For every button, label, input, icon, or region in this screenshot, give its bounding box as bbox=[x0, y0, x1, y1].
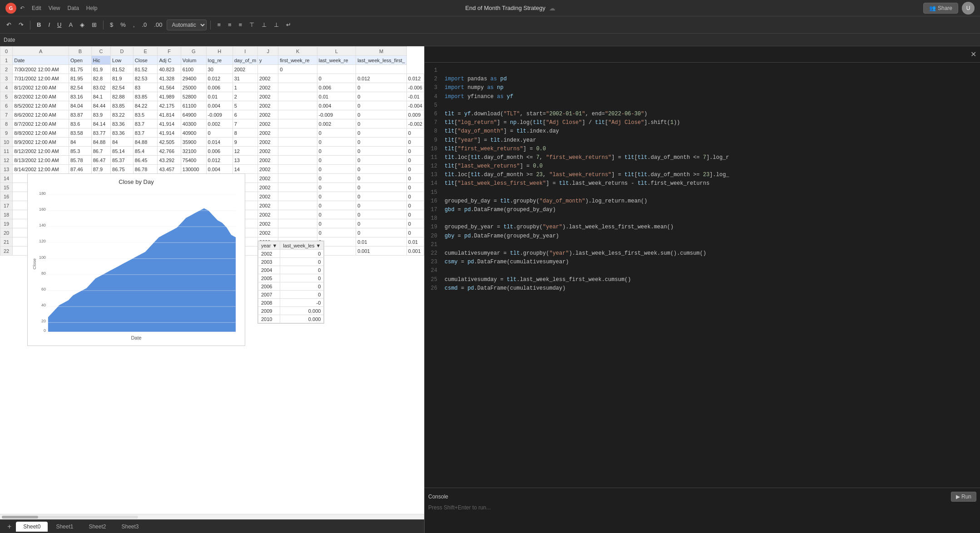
value-cell[interactable]: 0 bbox=[280, 258, 324, 266]
cell[interactable]: 83.77 bbox=[91, 128, 110, 138]
cell[interactable]: 86.45 bbox=[133, 156, 158, 165]
cell[interactable]: 86.75 bbox=[111, 165, 134, 174]
cell[interactable]: 2002 bbox=[258, 201, 278, 210]
cell[interactable]: 2002 bbox=[258, 210, 278, 219]
increase-decimal-button[interactable]: .00 bbox=[151, 20, 165, 30]
cell[interactable]: 84.04 bbox=[69, 101, 91, 110]
cell[interactable]: 2 bbox=[233, 92, 257, 101]
cell[interactable]: 8/14/2002 12:00 AM bbox=[13, 165, 69, 174]
cell[interactable]: 0.014 bbox=[206, 138, 233, 147]
year-cell[interactable]: 2004 bbox=[258, 266, 280, 274]
cell[interactable]: 32100 bbox=[181, 147, 206, 156]
cell[interactable]: 0 bbox=[356, 201, 407, 210]
cell[interactable]: 86.78 bbox=[133, 165, 158, 174]
cell[interactable]: 83.22 bbox=[111, 110, 134, 119]
value-cell[interactable]: -0 bbox=[280, 299, 324, 307]
cell[interactable]: 0 bbox=[317, 228, 356, 237]
align-center-button[interactable]: ≡ bbox=[225, 20, 234, 30]
col-header-d[interactable]: D bbox=[111, 47, 134, 56]
value-cell[interactable]: 0 bbox=[280, 274, 324, 282]
cell[interactable] bbox=[278, 119, 317, 128]
year-cell[interactable]: 2008 bbox=[258, 299, 280, 307]
cell[interactable]: 85.37 bbox=[111, 156, 134, 165]
col-header-a[interactable]: A bbox=[13, 47, 69, 56]
cell[interactable] bbox=[278, 110, 317, 119]
cell[interactable]: 2002 bbox=[258, 92, 278, 101]
cell[interactable]: 83.9 bbox=[91, 110, 110, 119]
cell[interactable]: 5 bbox=[233, 101, 257, 110]
cell[interactable]: first_week_re bbox=[278, 56, 317, 65]
cell[interactable] bbox=[278, 174, 317, 183]
cell[interactable]: 75400 bbox=[181, 156, 206, 165]
cell[interactable] bbox=[258, 65, 278, 74]
border-button[interactable]: ⊞ bbox=[89, 20, 99, 30]
cell[interactable]: Open bbox=[69, 56, 91, 65]
cell[interactable]: day_of_m bbox=[233, 56, 257, 65]
cell[interactable]: 0 bbox=[356, 183, 407, 192]
cell[interactable]: 83 bbox=[133, 83, 158, 92]
cell[interactable]: 82.88 bbox=[111, 92, 134, 101]
cell[interactable]: 8/6/2002 12:00 AM bbox=[13, 110, 69, 119]
cell[interactable]: 8/5/2002 12:00 AM bbox=[13, 101, 69, 110]
year-cell[interactable]: 2006 bbox=[258, 282, 280, 291]
cell[interactable]: 2002 bbox=[258, 110, 278, 119]
cell[interactable]: last_week_re bbox=[317, 56, 356, 65]
redo-button[interactable]: ↷ bbox=[16, 20, 26, 30]
cell[interactable]: 2002 bbox=[258, 192, 278, 201]
cell[interactable]: 2002 bbox=[258, 147, 278, 156]
tab-sheet0[interactable]: Sheet0 bbox=[16, 522, 48, 532]
cell[interactable]: 83.58 bbox=[69, 128, 91, 138]
vert-align-top-button[interactable]: ⊤ bbox=[247, 20, 257, 30]
cell[interactable] bbox=[356, 65, 407, 74]
col-header-f[interactable]: F bbox=[158, 47, 181, 56]
cell[interactable]: 52800 bbox=[181, 92, 206, 101]
cell[interactable]: 0 bbox=[206, 128, 233, 138]
cell[interactable]: 0.006 bbox=[317, 83, 356, 92]
cell[interactable]: 8/8/2002 12:00 AM bbox=[13, 128, 69, 138]
cell[interactable]: 82.54 bbox=[111, 83, 134, 92]
cell[interactable]: 0 bbox=[356, 192, 407, 201]
cell[interactable]: 0.001 bbox=[356, 247, 407, 256]
cell[interactable]: 40.823 bbox=[158, 65, 181, 74]
italic-button[interactable]: I bbox=[45, 20, 53, 30]
cell[interactable]: 0.004 bbox=[206, 165, 233, 174]
wrap-button[interactable]: ↵ bbox=[283, 20, 294, 30]
cell[interactable]: 0.01 bbox=[317, 92, 356, 101]
run-button[interactable]: ▶ Run bbox=[951, 492, 976, 502]
cell[interactable]: 0.002 bbox=[317, 119, 356, 128]
cell[interactable]: 2002 bbox=[258, 74, 278, 83]
cell[interactable]: 0.01 bbox=[206, 92, 233, 101]
cell[interactable]: 6 bbox=[233, 110, 257, 119]
cell[interactable]: 0.012 bbox=[406, 74, 424, 83]
cell[interactable]: log_re bbox=[206, 56, 233, 65]
cell[interactable]: 85.4 bbox=[133, 147, 158, 156]
cell[interactable]: 82.54 bbox=[69, 83, 91, 92]
cell[interactable]: 0 bbox=[317, 174, 356, 183]
cell[interactable]: 40900 bbox=[181, 128, 206, 138]
cell[interactable]: 0 bbox=[278, 65, 317, 74]
cell[interactable]: 41.914 bbox=[158, 128, 181, 138]
cell[interactable]: 7 bbox=[233, 119, 257, 128]
cell[interactable]: 0 bbox=[406, 174, 424, 183]
cell[interactable]: 0 bbox=[317, 183, 356, 192]
cell[interactable]: 0 bbox=[317, 74, 356, 83]
cell[interactable]: 2002 bbox=[258, 119, 278, 128]
code-editor[interactable]: 1 2import pandas as pd3import numpy as n… bbox=[425, 63, 980, 488]
cell[interactable]: 41.328 bbox=[158, 74, 181, 83]
cell[interactable]: 0 bbox=[406, 156, 424, 165]
cell[interactable]: 83.16 bbox=[69, 92, 91, 101]
cell[interactable]: 13 bbox=[233, 156, 257, 165]
year-cell[interactable]: 2009 bbox=[258, 307, 280, 315]
cell[interactable]: 0 bbox=[356, 228, 407, 237]
cell[interactable]: 0 bbox=[317, 201, 356, 210]
cell[interactable]: 41.814 bbox=[158, 110, 181, 119]
user-avatar[interactable]: U bbox=[962, 2, 975, 15]
cell[interactable]: 81.95 bbox=[69, 74, 91, 83]
cell[interactable]: 81.75 bbox=[69, 65, 91, 74]
cell[interactable]: 83.7 bbox=[133, 128, 158, 138]
cell[interactable]: 0.01 bbox=[406, 237, 424, 247]
bold-button[interactable]: B bbox=[34, 20, 44, 30]
cell[interactable]: 84 bbox=[69, 138, 91, 147]
cell[interactable]: 87.46 bbox=[69, 165, 91, 174]
cell[interactable]: 0 bbox=[317, 128, 356, 138]
